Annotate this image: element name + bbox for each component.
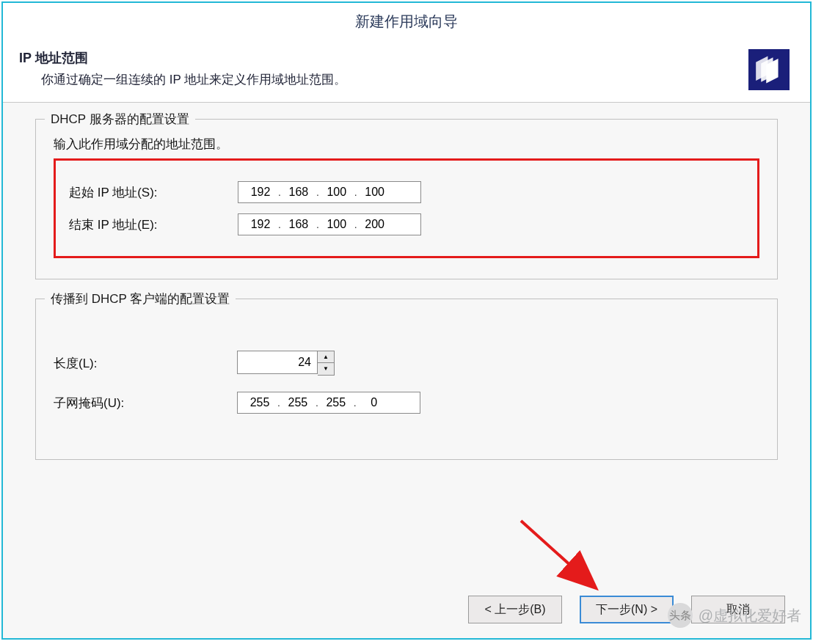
length-spinner: ▲ ▼ <box>318 351 335 376</box>
start-ip-oct3[interactable] <box>321 186 353 199</box>
header-text-block: IP 地址范围 你通过确定一组连续的 IP 地址来定义作用域地址范围。 <box>19 49 748 88</box>
subnet-mask-label: 子网掩码(U): <box>54 395 237 411</box>
length-spin-down[interactable]: ▼ <box>318 363 334 375</box>
ip-dot: . <box>315 186 321 198</box>
ip-dot: . <box>315 219 321 230</box>
back-button[interactable]: < 上一步(B) <box>468 596 562 623</box>
header-title: IP 地址范围 <box>19 49 748 67</box>
mask-oct4[interactable] <box>358 396 390 409</box>
length-input[interactable] <box>237 351 318 374</box>
mask-oct1[interactable] <box>244 396 276 409</box>
end-ip-label: 结束 IP 地址(E): <box>69 216 238 233</box>
ip-dot: . <box>277 186 282 198</box>
ip-range-highlight: 起始 IP 地址(S): . . . 结束 IP 地址(E): <box>54 158 759 258</box>
end-ip-oct4[interactable] <box>359 218 391 231</box>
start-ip-input[interactable]: . . . <box>238 181 421 203</box>
subnet-mask-input[interactable]: . . . <box>237 392 420 414</box>
end-ip-input[interactable]: . . . <box>238 213 421 235</box>
start-ip-oct1[interactable] <box>244 186 277 199</box>
wizard-header: IP 地址范围 你通过确定一组连续的 IP 地址来定义作用域地址范围。 <box>3 39 810 103</box>
header-description: 你通过确定一组连续的 IP 地址来定义作用域地址范围。 <box>19 71 748 88</box>
ip-dot: . <box>353 186 359 198</box>
start-ip-oct4[interactable] <box>359 186 391 199</box>
range-label: 输入此作用域分配的地址范围。 <box>54 136 759 153</box>
subnet-mask-row: 子网掩码(U): . . . <box>54 392 759 414</box>
end-ip-oct3[interactable] <box>321 218 353 231</box>
length-spin-up[interactable]: ▲ <box>318 351 334 363</box>
dhcp-server-config-group: DHCP 服务器的配置设置 输入此作用域分配的地址范围。 起始 IP 地址(S)… <box>35 119 778 279</box>
wizard-content: DHCP 服务器的配置设置 输入此作用域分配的地址范围。 起始 IP 地址(S)… <box>3 103 810 585</box>
mask-oct3[interactable] <box>320 396 352 409</box>
end-ip-oct2[interactable] <box>282 218 315 231</box>
length-label: 长度(L): <box>54 355 237 372</box>
length-input-wrap: ▲ ▼ <box>237 351 335 376</box>
wizard-window: 新建作用域向导 IP 地址范围 你通过确定一组连续的 IP 地址来定义作用域地址… <box>1 1 812 640</box>
end-ip-oct1[interactable] <box>244 218 277 231</box>
mask-oct2[interactable] <box>282 396 314 409</box>
ip-dot: . <box>353 219 359 230</box>
length-row: 长度(L): ▲ ▼ <box>54 351 759 376</box>
start-ip-oct2[interactable] <box>282 186 315 199</box>
watermark: 头条 @虚拟化爱好者 <box>668 603 801 628</box>
start-ip-row: 起始 IP 地址(S): . . . <box>69 181 744 203</box>
watermark-badge: 头条 <box>668 603 693 628</box>
group2-legend: 传播到 DHCP 客户端的配置设置 <box>45 290 236 307</box>
dhcp-client-config-group: 传播到 DHCP 客户端的配置设置 长度(L): ▲ ▼ 子网掩码(U): . <box>35 299 778 460</box>
ip-dot: . <box>277 219 282 230</box>
next-button[interactable]: 下一步(N) > <box>580 596 674 623</box>
ip-dot: . <box>276 397 282 409</box>
ip-dot: . <box>352 397 358 409</box>
wizard-icon <box>748 49 790 90</box>
start-ip-label: 起始 IP 地址(S): <box>69 184 238 201</box>
group1-legend: DHCP 服务器的配置设置 <box>45 111 195 128</box>
ip-dot: . <box>314 397 320 409</box>
end-ip-row: 结束 IP 地址(E): . . . <box>69 213 744 235</box>
watermark-text: @虚拟化爱好者 <box>699 606 801 626</box>
window-title: 新建作用域向导 <box>3 3 810 39</box>
